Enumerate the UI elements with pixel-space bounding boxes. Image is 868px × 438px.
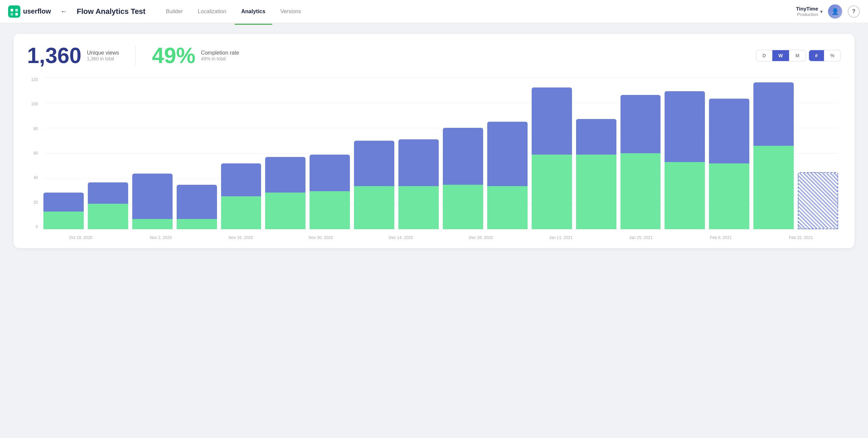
y-label-120: 120 [31,77,38,82]
bar-stack [532,87,572,229]
y-label-80: 80 [34,126,38,131]
bar-group [132,77,173,229]
bar-group [709,77,749,229]
bar-blue-segment [132,174,173,219]
tab-versions[interactable]: Versions [274,6,308,17]
x-axis-label: Nov 30, 2020 [281,235,361,240]
bar-stack [354,141,394,229]
workspace-info: TinyTime Production [796,6,818,17]
bar-group [753,77,794,229]
completion-rate-label: Completion rate [201,50,239,56]
chart-area: 120 100 80 60 40 20 0 Oct 19, 2020Nov 2,… [27,77,841,240]
bar-stack [709,99,749,229]
y-label-40: 40 [34,175,38,180]
svg-rect-0 [8,5,20,18]
bars-container [43,77,838,229]
bar-green-segment [443,185,483,229]
x-axis-label: Jan 25, 2021 [601,235,681,240]
toggle-week[interactable]: W [772,50,789,61]
logo-text: userflow [23,7,51,15]
x-axis-label: Feb 22, 2021 [761,235,841,240]
userflow-logo-icon [8,5,20,18]
bar-green-segment [177,219,217,229]
unique-views-labels: Unique views 1,360 in total [87,50,119,61]
bar-green-segment [576,155,616,229]
unique-views-number: 1,360 [27,45,81,66]
bar-green-segment [620,153,661,229]
svg-rect-3 [11,13,13,16]
workspace-env: Production [796,12,818,17]
toggle-percent[interactable]: % [824,50,841,61]
bar-blue-segment [398,139,439,186]
bar-stack [221,163,261,229]
workspace-selector[interactable]: TinyTime Production ▾ [796,6,823,17]
bar-blue-segment [221,163,261,196]
bar-group [487,77,528,229]
bar-group [620,77,661,229]
bar-blue-segment [532,87,572,155]
unique-views-stat: 1,360 Unique views 1,360 in total [27,45,119,66]
bar-blue-segment [177,185,217,219]
bar-green-segment [310,191,350,229]
bar-blue-segment [265,157,305,193]
bar-green-segment [753,146,794,229]
tab-builder[interactable]: Builder [159,6,190,17]
period-toggle: D W M [756,50,806,61]
workspace-name: TinyTime [796,6,818,12]
back-button[interactable]: ← [58,6,70,17]
bar-blue-segment [310,155,350,191]
x-axis-label: Oct 19, 2020 [41,235,121,240]
x-axis-labels: Oct 19, 2020Nov 2, 2020Nov 16, 2020Nov 3… [41,235,841,240]
bar-green-segment [88,204,128,229]
completion-rate-number: 49% [152,45,195,66]
bar-blue-segment [43,193,84,212]
toggle-day[interactable]: D [756,50,772,61]
completion-rate-stat: 49% Completion rate 49% in total [152,45,239,66]
x-axis-label: Nov 16, 2020 [201,235,281,240]
x-axis-label: Dec 14, 2020 [361,235,441,240]
bar-green-segment [532,155,572,229]
bar-blue-segment [487,122,528,186]
unique-views-label: Unique views [87,50,119,56]
svg-rect-2 [15,9,18,12]
tab-localization[interactable]: Localization [191,6,233,17]
bar-group [576,77,616,229]
toggle-count[interactable]: # [809,50,824,61]
bar-stack [798,172,838,229]
bar-green-segment [354,186,394,229]
tab-analytics[interactable]: Analytics [235,6,272,17]
stats-row: 1,360 Unique views 1,360 in total 49% Co… [27,45,841,66]
bar-group [177,77,217,229]
bar-group [443,77,483,229]
help-button[interactable]: ? [848,5,860,18]
toggle-group: D W M # % [756,50,841,61]
avatar[interactable]: 👤 [828,4,842,19]
bar-green-segment [132,219,173,229]
bar-group [265,77,305,229]
bar-group [43,77,84,229]
x-axis-label: Nov 2, 2020 [121,235,201,240]
y-label-100: 100 [31,102,38,106]
bar-stack [177,185,217,229]
bar-stack [620,95,661,229]
completion-rate-sub: 49% in total [201,56,239,61]
bar-green-segment [665,162,705,229]
logo[interactable]: userflow [8,5,51,18]
bar-stack [576,119,616,229]
bar-stack [753,82,794,229]
bar-blue-segment [88,182,128,204]
stat-divider [135,45,136,66]
toggle-month[interactable]: M [789,50,806,61]
bar-stack [88,182,128,229]
y-label-0: 0 [36,224,38,229]
chart-card: 1,360 Unique views 1,360 in total 49% Co… [14,34,854,248]
bar-blue-segment [709,99,749,163]
bar-stack [310,155,350,229]
bar-group [532,77,572,229]
bar-green-segment [398,186,439,229]
bar-stack [132,174,173,229]
x-axis-label: Feb 8, 2021 [681,235,761,240]
bar-group [221,77,261,229]
completion-rate-labels: Completion rate 49% in total [201,50,239,61]
bar-blue-segment [354,141,394,186]
